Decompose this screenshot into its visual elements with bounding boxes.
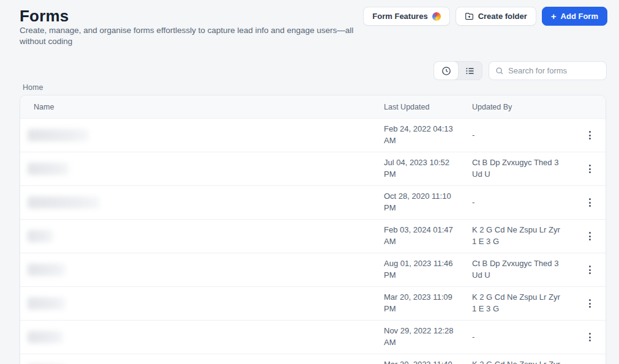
column-header-last-updated: Last Updated <box>384 103 472 111</box>
form-name-cell <box>20 129 384 141</box>
folder-plus-icon <box>465 12 474 21</box>
row-updated-by: - <box>472 197 574 209</box>
row-menu-kebab-icon[interactable] <box>584 161 596 177</box>
row-last-updated: Mar 20, 2023 11:09 PM <box>384 292 472 315</box>
row-updated-by: Ct B Dp Zvxugyc Thed 3 Ud U <box>472 258 574 281</box>
form-name-cell <box>20 230 384 242</box>
party-emoji-icon <box>432 12 441 21</box>
add-form-label: Add Form <box>561 12 598 21</box>
toolbar: Form Features Create folder + Add Form <box>363 7 607 26</box>
column-header-updated-by: Updated By <box>472 103 574 111</box>
table-row[interactable]: Jul 04, 2023 10:52 PM Ct B Dp Zvxugyc Th… <box>20 152 606 186</box>
form-features-button[interactable]: Form Features <box>363 7 449 26</box>
create-folder-button[interactable]: Create folder <box>456 7 536 26</box>
form-name-redacted <box>28 297 66 310</box>
list-view-toggle[interactable] <box>458 62 482 80</box>
table-row[interactable]: Oct 28, 2020 11:10 PM - <box>20 186 606 220</box>
row-menu-kebab-icon[interactable] <box>584 295 596 311</box>
row-updated-by: Ct B Dp Zvxugyc Thed 3 Ud U <box>472 157 574 180</box>
row-menu-kebab-icon[interactable] <box>584 228 596 244</box>
table-row[interactable]: Feb 03, 2024 01:47 AM K 2 G Cd Ne Zspu L… <box>20 220 606 253</box>
clock-icon <box>441 66 451 76</box>
page-title: Forms <box>20 7 69 26</box>
row-menu-kebab-icon[interactable] <box>584 127 596 143</box>
row-menu-kebab-icon[interactable] <box>584 195 596 210</box>
view-toggle <box>433 61 482 80</box>
row-last-updated: Mar 30, 2023 11:40 PM <box>384 359 472 364</box>
table-row[interactable]: Mar 20, 2023 11:09 PM K 2 G Cd Ne Zspu L… <box>20 287 606 321</box>
search-box <box>489 61 607 80</box>
row-last-updated: Feb 03, 2024 01:47 AM <box>384 225 472 248</box>
row-updated-by: K 2 G Cd Ne Zspu Lr Zyr 1 E 3 G <box>472 225 574 248</box>
form-name-redacted <box>28 264 66 276</box>
create-folder-label: Create folder <box>478 12 527 21</box>
row-last-updated: Feb 24, 2022 04:13 AM <box>384 124 472 147</box>
form-name-cell <box>20 331 384 343</box>
table-header-row: Name Last Updated Updated By <box>20 95 606 119</box>
row-updated-by: - <box>472 332 574 343</box>
row-last-updated: Jul 04, 2023 10:52 PM <box>384 157 472 180</box>
form-features-label: Form Features <box>372 12 427 21</box>
forms-table-card: Name Last Updated Updated By Feb 24, 202… <box>20 95 606 364</box>
list-controls <box>433 61 607 80</box>
table-row[interactable]: Nov 29, 2022 12:28 AM - <box>20 321 606 354</box>
form-name-redacted <box>28 331 63 343</box>
form-name-redacted <box>28 129 89 141</box>
list-icon <box>465 66 475 76</box>
form-name-redacted <box>28 230 53 242</box>
plus-icon: + <box>551 12 557 21</box>
row-last-updated: Aug 01, 2023 11:46 PM <box>384 258 472 281</box>
row-menu-kebab-icon[interactable] <box>584 329 596 345</box>
table-row[interactable]: Mar 30, 2023 11:40 PM K 2 G Cd Ne Zspu L… <box>20 354 606 364</box>
form-name-cell <box>20 196 384 209</box>
table-row[interactable]: Feb 24, 2022 04:13 AM - <box>20 119 606 152</box>
table-row[interactable]: Aug 01, 2023 11:46 PM Ct B Dp Zvxugyc Th… <box>20 253 606 287</box>
row-updated-by: K 2 G Cd Ne Zspu Lr Zyr 1 E 3 G <box>472 359 574 364</box>
row-last-updated: Oct 28, 2020 11:10 PM <box>384 191 472 214</box>
recent-view-toggle[interactable] <box>434 62 458 80</box>
form-name-redacted <box>28 163 69 175</box>
row-last-updated: Nov 29, 2022 12:28 AM <box>384 325 472 349</box>
search-input[interactable] <box>508 66 616 75</box>
form-name-cell <box>20 163 384 175</box>
add-form-button[interactable]: + Add Form <box>542 7 607 26</box>
form-name-redacted <box>28 196 100 209</box>
column-header-name: Name <box>20 103 384 111</box>
page-subtitle: Create, manage, and organise forms effor… <box>20 25 366 47</box>
row-updated-by: - <box>472 130 574 141</box>
breadcrumb-home[interactable]: Home <box>23 83 43 92</box>
search-icon <box>495 67 504 75</box>
row-updated-by: K 2 G Cd Ne Zspu Lr Zyr 1 E 3 G <box>472 292 574 315</box>
form-name-cell <box>20 264 384 276</box>
form-name-cell <box>20 297 384 310</box>
row-menu-kebab-icon[interactable] <box>584 262 596 278</box>
table-body: Feb 24, 2022 04:13 AM - Jul 04, 2023 10:… <box>20 119 606 364</box>
